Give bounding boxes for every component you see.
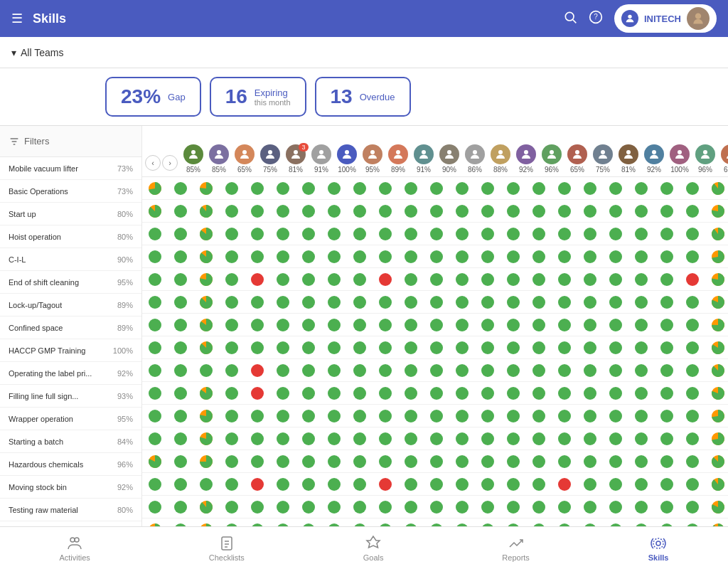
- pie-cell: [552, 181, 577, 196]
- svg-point-341: [328, 455, 341, 468]
- pie-cell: [321, 454, 347, 469]
- pie-cell: [628, 477, 654, 492]
- pie-cell: [321, 363, 347, 378]
- person-col[interactable]: 92%: [641, 144, 667, 176]
- menu-icon[interactable]: ☰: [11, 11, 23, 26]
- pie-cell: [552, 203, 577, 219]
- prev-button[interactable]: ‹: [145, 155, 161, 171]
- svg-point-405: [686, 501, 699, 514]
- avatar-wrap: [388, 144, 408, 166]
- svg-point-243: [379, 364, 392, 377]
- svg-point-213: [251, 341, 264, 354]
- pie-cell: [654, 454, 680, 469]
- help-icon[interactable]: ?: [589, 10, 603, 28]
- person-pct: 91%: [417, 166, 431, 174]
- person-col[interactable]: 65%: [718, 144, 728, 176]
- pie-cell: [398, 340, 424, 356]
- svg-point-93: [379, 228, 392, 240]
- svg-point-378: [635, 478, 648, 491]
- pie-cell: [654, 363, 680, 378]
- person-col[interactable]: 86%: [462, 144, 488, 176]
- pie-cell: [500, 340, 526, 356]
- skills-list: Mobile vacuum lifter73%Basic Operations7…: [0, 157, 141, 533]
- pie-cell: [705, 385, 728, 401]
- next-button[interactable]: ›: [162, 155, 178, 171]
- svg-point-263: [251, 387, 264, 400]
- person-col[interactable]: 96%: [692, 144, 718, 176]
- person-col[interactable]: 100%: [334, 144, 360, 176]
- grid-panel[interactable]: ‹ › 85%85%65%75%381%91%100%95%89%91%90%8…: [142, 126, 728, 533]
- pie-cell: [245, 431, 270, 447]
- pie-cell: [577, 203, 603, 219]
- pie-cell: [526, 454, 552, 469]
- person-col[interactable]: 92%: [513, 144, 539, 176]
- svg-point-110: [174, 250, 187, 263]
- svg-point-176: [584, 296, 596, 309]
- person-col[interactable]: 85%: [206, 144, 232, 176]
- pie-cell: [142, 317, 168, 333]
- avatar-wrap: [491, 144, 510, 166]
- pie-cell: [654, 317, 680, 333]
- person-col[interactable]: 65%: [232, 144, 257, 176]
- nav-skills[interactable]: Skills: [634, 531, 683, 566]
- skill-name: Confined space: [9, 324, 63, 332]
- pie-cell: [552, 408, 577, 424]
- nav-reports[interactable]: Reports: [488, 531, 544, 566]
- search-icon[interactable]: [563, 10, 577, 28]
- team-selector[interactable]: ▾ All Teams: [11, 47, 63, 58]
- person-col[interactable]: 91%: [309, 144, 334, 176]
- nav-checklists[interactable]: Checklists: [195, 531, 259, 566]
- person-col[interactable]: 75%: [257, 144, 283, 176]
- svg-point-74: [532, 205, 545, 218]
- svg-point-209: [149, 341, 161, 354]
- pie-cell: [245, 340, 270, 356]
- overdue-stat[interactable]: 13 Overdue: [315, 77, 411, 117]
- avatar: [439, 144, 459, 164]
- skill-pct: 89%: [110, 324, 133, 332]
- svg-point-164: [277, 296, 289, 309]
- person-col[interactable]: 89%: [385, 144, 411, 176]
- chevron-down-icon: ▾: [11, 47, 16, 58]
- person-col[interactable]: 81%: [616, 144, 641, 176]
- person-col[interactable]: 75%: [590, 144, 616, 176]
- pie-cell: [628, 454, 654, 469]
- svg-point-368: [379, 478, 392, 491]
- person-col[interactable]: 96%: [539, 144, 564, 176]
- pie-cell: [347, 294, 373, 310]
- pie-cell: [680, 340, 705, 356]
- svg-point-370: [430, 478, 443, 491]
- gap-stat[interactable]: 23% Gap: [105, 77, 201, 117]
- pie-cell: [373, 499, 398, 515]
- person-col[interactable]: 90%: [437, 144, 462, 176]
- pie-cell: [296, 363, 321, 378]
- pie-cell: [500, 431, 526, 447]
- person-col[interactable]: 95%: [360, 144, 385, 176]
- pie-cell: [449, 249, 475, 265]
- svg-point-399: [532, 501, 545, 514]
- skill-name: Mobile vacuum lifter: [9, 164, 78, 173]
- avatar-wrap: [337, 144, 357, 166]
- svg-point-389: [277, 501, 289, 514]
- person-col[interactable]: 65%: [564, 144, 590, 176]
- pie-cell: [347, 454, 373, 469]
- pie-cell: [398, 477, 424, 492]
- svg-point-19: [447, 150, 451, 154]
- svg-point-264: [277, 387, 289, 400]
- svg-point-192: [353, 319, 366, 331]
- company-selector[interactable]: INITECH: [614, 4, 717, 33]
- pie-cell: [398, 408, 424, 424]
- person-col[interactable]: 91%: [411, 144, 437, 176]
- pie-cell: [577, 340, 603, 356]
- person-col[interactable]: 85%: [181, 144, 206, 176]
- svg-point-354: [660, 455, 673, 468]
- pie-cell: [577, 181, 603, 196]
- nav-activities[interactable]: Activities: [45, 531, 104, 566]
- expiring-stat[interactable]: 16 Expiring this month: [210, 77, 306, 117]
- person-col[interactable]: 88%: [488, 144, 513, 176]
- person-col[interactable]: 100%: [667, 144, 692, 176]
- person-col[interactable]: 381%: [283, 144, 309, 176]
- svg-point-167: [353, 296, 366, 309]
- nav-goals[interactable]: Goals: [349, 531, 398, 566]
- svg-point-49: [532, 182, 545, 195]
- pie-cell: [373, 249, 398, 265]
